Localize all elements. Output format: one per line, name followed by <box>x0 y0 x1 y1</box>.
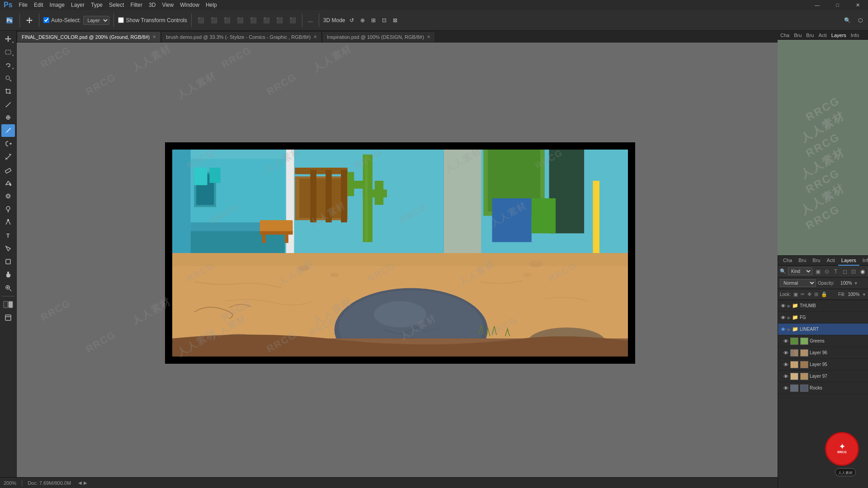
menu-window[interactable]: Window <box>180 2 199 8</box>
layer-smart-filter[interactable]: ⊡ <box>850 268 857 275</box>
layer-fg-arrow[interactable]: ▶ <box>788 315 791 320</box>
tab-2[interactable]: Inspiration.psd @ 100% (DESIGN, RGB/8#) … <box>322 31 435 42</box>
3d-zoom-btn[interactable]: ⊞ <box>369 16 377 24</box>
lasso-tool[interactable]: ▾ <box>1 59 15 71</box>
quick-mask-btn[interactable] <box>1 298 15 311</box>
layer-shape-filter[interactable]: ◻ <box>841 268 849 275</box>
align-btn-4[interactable]: ⬛ <box>235 16 245 24</box>
menu-view[interactable]: View <box>162 2 174 8</box>
align-center-h-btn[interactable]: ⬛ <box>209 16 219 24</box>
align-left-btn[interactable]: ⬛ <box>196 16 206 24</box>
panel-tab-info[interactable]: Info <box>859 256 868 266</box>
tab-1-close[interactable]: ✕ <box>313 34 317 39</box>
layer-row-97[interactable]: 👁 Layer 97 <box>778 371 868 382</box>
fill-arrow[interactable]: ▼ <box>862 292 866 297</box>
zoom-tool[interactable] <box>1 282 15 294</box>
opacity-arrow[interactable]: ▼ <box>854 281 858 286</box>
tab-0-close[interactable]: ✕ <box>152 34 156 39</box>
move-tool-btn[interactable] <box>24 16 35 25</box>
layer-row-96[interactable]: 👁 Layer 96 <box>778 347 868 359</box>
layer-adjust-filter[interactable]: ⊙ <box>823 268 830 275</box>
blur-tool[interactable] <box>1 190 15 202</box>
3d-btn5[interactable]: ⊠ <box>391 16 399 24</box>
layer-row-lineart[interactable]: 👁 ▶ 📁 LINEART <box>778 324 868 335</box>
panel-tab-cha[interactable]: Cha <box>780 256 795 266</box>
maximize-button[interactable]: □ <box>827 0 848 10</box>
layer-filter-toggle[interactable]: ◉ <box>859 268 866 275</box>
menu-help[interactable]: Help <box>206 2 217 8</box>
lock-artboard-btn[interactable]: ⊞ <box>814 291 818 297</box>
align-center-v-btn[interactable]: ⬛ <box>261 16 272 24</box>
layer-row-95[interactable]: 👁 Layer 95 <box>778 359 868 371</box>
menu-type[interactable]: Type <box>91 2 103 8</box>
rp-info-tab[interactable]: Info <box>851 33 859 38</box>
rp-char-tab[interactable]: Cha <box>780 33 789 38</box>
search-btn[interactable]: 🔍 <box>842 16 853 24</box>
quick-select-tool[interactable] <box>1 72 15 84</box>
layer-row-thumb[interactable]: 👁 ▶ 📁 THUMB <box>778 300 868 312</box>
type-tool[interactable]: T <box>1 229 15 242</box>
shape-tool[interactable] <box>1 255 15 268</box>
rp-bru2-tab[interactable]: Bru <box>806 33 814 38</box>
auto-select-dropdown[interactable]: Layer <box>83 16 109 25</box>
history-brush-tool[interactable] <box>1 150 15 163</box>
hand-tool[interactable] <box>1 268 15 281</box>
menu-filter[interactable]: Filter <box>130 2 142 8</box>
extras-btn[interactable]: ... <box>307 16 315 24</box>
minimize-button[interactable]: — <box>807 0 827 10</box>
rp-layers-tab[interactable]: Layers <box>831 33 846 38</box>
lock-transparency-btn[interactable]: ▣ <box>793 291 798 297</box>
crop-tool[interactable] <box>1 85 15 98</box>
clone-stamp-tool[interactable] <box>1 137 15 150</box>
3d-btn4[interactable]: ⊡ <box>380 16 388 24</box>
layers-kind-select[interactable]: Kind <box>788 267 812 275</box>
lock-pixels-btn[interactable]: ✏ <box>801 291 805 297</box>
menu-select[interactable]: Select <box>109 2 124 8</box>
panel-tab-bru2[interactable]: Bru <box>809 256 823 266</box>
align-right-btn[interactable]: ⬛ <box>222 16 232 24</box>
brush-tool[interactable] <box>1 124 15 137</box>
marquee-tool[interactable]: ▾ <box>1 46 15 58</box>
align-bottom-btn[interactable]: ⬛ <box>274 16 285 24</box>
auto-select-checkbox[interactable]: Auto-Select: <box>43 17 80 23</box>
layer-row-greens[interactable]: 👁 Greens <box>778 335 868 347</box>
layer-row-rocks[interactable]: 👁 Rocks <box>778 382 868 394</box>
menu-file[interactable]: File <box>19 2 28 8</box>
blend-mode-select[interactable]: Normal <box>780 279 816 287</box>
eyedropper-tool[interactable] <box>1 98 15 111</box>
app-logo[interactable]: Ps <box>4 1 13 9</box>
status-next-btn[interactable]: ▶ <box>84 480 87 485</box>
close-button[interactable]: ✕ <box>848 0 868 10</box>
path-selection-tool[interactable] <box>1 242 15 255</box>
layer-rocks-eye[interactable]: 👁 <box>783 385 789 391</box>
layer-greens-eye[interactable]: 👁 <box>783 338 789 344</box>
align-btn-8[interactable]: ⬛ <box>288 16 298 24</box>
eraser-tool[interactable] <box>1 164 15 176</box>
layer-96-eye[interactable]: 👁 <box>783 350 789 356</box>
layer-lineart-eye[interactable]: 👁 <box>780 327 786 332</box>
status-prev-btn[interactable]: ◀ <box>78 480 82 485</box>
menu-3d[interactable]: 3D <box>149 2 156 8</box>
show-transform-controls-checkbox[interactable]: Show Transform Controls <box>118 17 187 23</box>
layer-97-eye[interactable]: 👁 <box>783 374 789 379</box>
toolbar-home-icon[interactable]: Ps <box>4 15 15 25</box>
layer-pixel-filter[interactable]: ▣ <box>814 268 821 275</box>
pen-tool[interactable] <box>1 216 15 229</box>
menu-layer[interactable]: Layer <box>71 2 85 8</box>
layer-fg-eye[interactable]: 👁 <box>780 315 786 320</box>
tab-2-close[interactable]: ✕ <box>427 34 430 39</box>
layer-thumb-arrow[interactable]: ▶ <box>788 304 791 308</box>
3d-pan-btn[interactable]: ⊕ <box>359 16 367 24</box>
layer-thumb-eye[interactable]: 👁 <box>780 303 786 309</box>
lock-all-btn[interactable]: 🔒 <box>821 291 827 297</box>
healing-tool[interactable] <box>1 111 15 124</box>
rp-acti-tab[interactable]: Acti <box>818 33 826 38</box>
3d-rotate-btn[interactable]: ↺ <box>348 16 356 24</box>
tab-1[interactable]: brush demo.psd @ 33.3% (- Stylize - Comi… <box>161 31 322 42</box>
rp-bru-tab[interactable]: Bru <box>794 33 802 38</box>
layer-type-filter[interactable]: T <box>832 268 840 275</box>
menu-edit[interactable]: Edit <box>34 2 43 8</box>
lock-position-btn[interactable]: ✥ <box>807 291 811 297</box>
layer-lineart-arrow[interactable]: ▶ <box>788 327 791 332</box>
panel-tab-layers[interactable]: Layers <box>838 256 859 266</box>
